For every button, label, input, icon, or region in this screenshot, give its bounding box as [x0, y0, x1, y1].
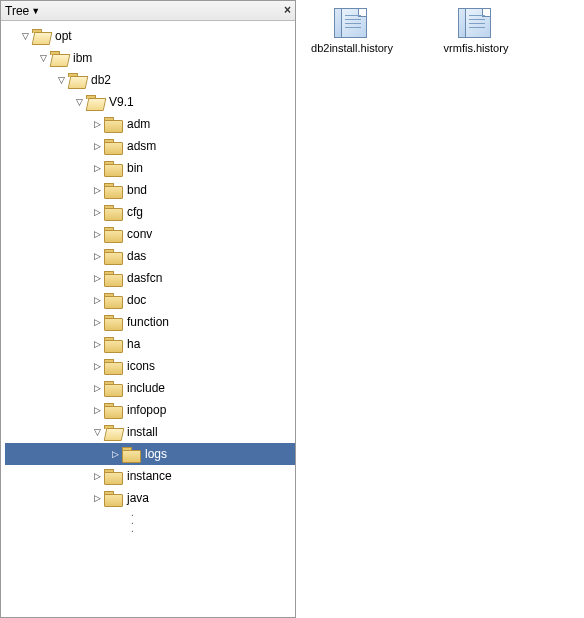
folder-icon [104, 249, 122, 264]
tree-item-ibm[interactable]: ▽ibm [5, 47, 295, 69]
tree-item-label: logs [143, 447, 167, 461]
tree-item-label: bin [125, 161, 143, 175]
expand-icon[interactable]: ▷ [91, 273, 103, 283]
file-item[interactable]: vrmfis.history [428, 8, 524, 54]
tree-item-das[interactable]: ▷das [5, 245, 295, 267]
folder-icon [104, 293, 122, 308]
folder-icon [104, 491, 122, 506]
expand-icon[interactable]: ▷ [91, 119, 103, 129]
tree-item-conv[interactable]: ▷conv [5, 223, 295, 245]
file-item[interactable]: db2install.history [304, 8, 400, 54]
tree-item-logs[interactable]: ▷logs [5, 443, 295, 465]
expand-icon[interactable]: ▷ [91, 207, 103, 217]
expand-icon[interactable]: ▷ [91, 229, 103, 239]
close-icon[interactable]: × [284, 3, 291, 17]
tree-item-label: infopop [125, 403, 166, 417]
more-items-indicator: . [5, 525, 295, 533]
tree-title-label: Tree [5, 4, 29, 18]
tree-item-dasfcn[interactable]: ▷dasfcn [5, 267, 295, 289]
tree-title-dropdown[interactable]: Tree ▼ [5, 4, 40, 18]
folder-icon [50, 51, 68, 66]
tree-item-label: cfg [125, 205, 143, 219]
folder-icon [86, 95, 104, 110]
tree-item-V9-1[interactable]: ▽V9.1 [5, 91, 295, 113]
tree-item-label: opt [53, 29, 72, 43]
tree-item-label: conv [125, 227, 152, 241]
tree-item-label: function [125, 315, 169, 329]
expand-icon[interactable]: ▷ [91, 493, 103, 503]
expand-collapse-icon[interactable]: ▽ [37, 53, 49, 63]
expand-icon[interactable]: ▷ [91, 251, 103, 261]
expand-icon[interactable]: ▷ [91, 295, 103, 305]
more-items-indicator: . [5, 509, 295, 517]
file-label: db2install.history [311, 42, 393, 54]
tree-item-label: icons [125, 359, 155, 373]
tree-item-label: db2 [89, 73, 111, 87]
expand-collapse-icon[interactable]: ▽ [73, 97, 85, 107]
tree-item-label: doc [125, 293, 146, 307]
tree-item-doc[interactable]: ▷doc [5, 289, 295, 311]
folder-icon [104, 227, 122, 242]
tree-item-bin[interactable]: ▷bin [5, 157, 295, 179]
tree-item-install[interactable]: ▽install [5, 421, 295, 443]
file-label: vrmfis.history [444, 42, 509, 54]
expand-icon[interactable]: ▷ [91, 361, 103, 371]
content-panel: db2install.historyvrmfis.history [296, 0, 584, 618]
folder-icon [104, 359, 122, 374]
chevron-down-icon: ▼ [31, 6, 40, 16]
expand-collapse-icon[interactable]: ▽ [91, 427, 103, 437]
folder-icon [104, 425, 122, 440]
folder-icon [104, 117, 122, 132]
expand-icon[interactable]: ▷ [91, 141, 103, 151]
expand-icon[interactable]: ▷ [91, 339, 103, 349]
tree-item-bnd[interactable]: ▷bnd [5, 179, 295, 201]
tree-item-label: java [125, 491, 149, 505]
folder-icon [104, 183, 122, 198]
expand-icon[interactable]: ▷ [91, 383, 103, 393]
folder-icon [104, 469, 122, 484]
tree-item-label: include [125, 381, 165, 395]
tree-item-java[interactable]: ▷java [5, 487, 295, 509]
tree-item-label: V9.1 [107, 95, 134, 109]
tree-item-label: das [125, 249, 146, 263]
tree-item-infopop[interactable]: ▷infopop [5, 399, 295, 421]
expand-icon[interactable]: ▷ [91, 185, 103, 195]
tree-item-function[interactable]: ▷function [5, 311, 295, 333]
tree-item-label: ha [125, 337, 140, 351]
folder-icon [104, 205, 122, 220]
tree-item-icons[interactable]: ▷icons [5, 355, 295, 377]
history-file-icon [334, 8, 370, 38]
folder-icon [104, 381, 122, 396]
expand-icon[interactable]: ▷ [91, 163, 103, 173]
expand-collapse-icon[interactable]: ▽ [19, 31, 31, 41]
expand-icon[interactable]: ▷ [91, 471, 103, 481]
tree-item-ha[interactable]: ▷ha [5, 333, 295, 355]
tree-item-opt[interactable]: ▽opt [5, 25, 295, 47]
expand-collapse-icon[interactable]: ▽ [55, 75, 67, 85]
tree-item-cfg[interactable]: ▷cfg [5, 201, 295, 223]
expand-icon[interactable]: ▷ [91, 405, 103, 415]
tree-header: Tree ▼ × [1, 1, 295, 21]
tree-item-label: adm [125, 117, 150, 131]
tree-item-adm[interactable]: ▷adm [5, 113, 295, 135]
tree-panel: Tree ▼ × ▽opt▽ibm▽db2▽V9.1▷adm▷adsm▷bin▷… [0, 0, 296, 618]
tree-body[interactable]: ▽opt▽ibm▽db2▽V9.1▷adm▷adsm▷bin▷bnd▷cfg▷c… [1, 21, 295, 617]
tree-item-label: bnd [125, 183, 147, 197]
more-items-indicator: . [5, 517, 295, 525]
folder-icon [32, 29, 50, 44]
tree-item-label: adsm [125, 139, 156, 153]
folder-icon [104, 139, 122, 154]
tree-item-label: instance [125, 469, 172, 483]
folder-icon [122, 447, 140, 462]
folder-icon [104, 337, 122, 352]
history-file-icon [458, 8, 494, 38]
tree-item-label: ibm [71, 51, 92, 65]
expand-icon[interactable]: ▷ [91, 317, 103, 327]
tree-item-include[interactable]: ▷include [5, 377, 295, 399]
tree-item-adsm[interactable]: ▷adsm [5, 135, 295, 157]
expand-icon[interactable]: ▷ [109, 449, 121, 459]
tree-item-instance[interactable]: ▷instance [5, 465, 295, 487]
tree-item-db2[interactable]: ▽db2 [5, 69, 295, 91]
folder-icon [104, 161, 122, 176]
tree-item-label: dasfcn [125, 271, 162, 285]
